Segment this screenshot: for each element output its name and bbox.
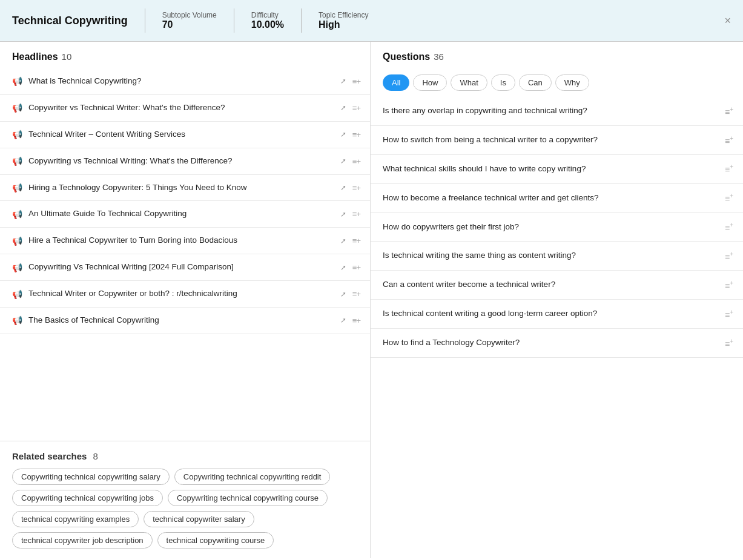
headline-text: Technical Writer – Content Writing Servi… — [28, 129, 332, 140]
subtopic-volume-value: 70 — [162, 19, 217, 30]
related-search-tag[interactable]: Copywriting technical copywriting salary — [12, 469, 170, 485]
headline-text: What is Technical Copywriting? — [28, 76, 332, 87]
add-question-icon[interactable]: ≡+ — [725, 309, 733, 320]
external-link-icon[interactable]: ➚ — [340, 237, 346, 245]
headline-item: 📢Copywriter vs Technical Writer: What's … — [0, 95, 370, 122]
question-text: How to find a Technology Copywriter? — [383, 337, 719, 349]
header-title: Technical Copywriting — [12, 15, 128, 27]
headline-item: 📢Technical Writer or Copywriter or both?… — [0, 281, 370, 308]
headline-actions: ≡+ — [352, 130, 360, 139]
filter-button-why[interactable]: Why — [555, 74, 589, 91]
related-search-tag[interactable]: technical copywriter salary — [144, 511, 254, 527]
difficulty-value: 10.00% — [251, 19, 284, 30]
headline-actions: ≡+ — [352, 263, 360, 272]
related-searches: Related searches 8 Copywriting technical… — [0, 441, 370, 558]
headline-actions: ≡+ — [352, 289, 360, 298]
left-panel: Headlines 10 📢What is Technical Copywrit… — [0, 42, 371, 558]
add-question-icon[interactable]: ≡+ — [725, 135, 733, 146]
subtopic-volume-stat: Subtopic Volume 70 — [162, 11, 217, 30]
headline-item: 📢Technical Writer – Content Writing Serv… — [0, 122, 370, 148]
question-item: How to become a freelance technical writ… — [371, 184, 743, 213]
external-link-icon[interactable]: ➚ — [340, 210, 346, 219]
headline-text: An Ultimate Guide To Technical Copywriti… — [28, 208, 332, 220]
related-search-tag[interactable]: technical copywriting course — [157, 532, 274, 548]
external-link-icon[interactable]: ➚ — [340, 157, 346, 165]
add-question-icon[interactable]: ≡+ — [725, 280, 733, 291]
external-link-icon[interactable]: ➚ — [340, 104, 346, 112]
filter-button-is[interactable]: Is — [491, 74, 515, 91]
add-to-list-icon[interactable]: ≡+ — [352, 209, 360, 219]
megaphone-icon: 📢 — [12, 183, 22, 193]
add-to-list-icon[interactable]: ≡+ — [352, 183, 360, 193]
questions-title: Questions — [383, 51, 430, 62]
headline-text: Copywriting Vs Technical Writing [2024 F… — [28, 262, 332, 273]
topic-efficiency-label: Topic Efficiency — [319, 11, 368, 19]
add-question-icon[interactable]: ≡+ — [725, 251, 733, 262]
headlines-count: 10 — [62, 51, 72, 62]
megaphone-icon: 📢 — [12, 130, 22, 139]
right-panel: Questions 36 AllHowWhatIsCanWhy Is there… — [371, 42, 743, 558]
filter-button-how[interactable]: How — [413, 74, 447, 91]
add-question-icon[interactable]: ≡+ — [725, 222, 733, 232]
main-layout: Headlines 10 📢What is Technical Copywrit… — [0, 42, 743, 558]
related-search-tag[interactable]: technical copywriter job description — [12, 532, 153, 548]
add-question-icon[interactable]: ≡+ — [725, 338, 733, 349]
filter-button-all[interactable]: All — [383, 74, 409, 91]
header-divider-3 — [301, 8, 302, 33]
question-item: How to switch from being a technical wri… — [371, 126, 743, 155]
headline-actions: ≡+ — [352, 77, 360, 86]
external-link-icon[interactable]: ➚ — [340, 316, 346, 324]
add-question-icon[interactable]: ≡+ — [725, 193, 733, 203]
questions-header: Questions 36 — [371, 42, 743, 68]
close-button[interactable]: × — [724, 15, 731, 27]
related-search-tag[interactable]: technical copywriting examples — [12, 511, 139, 527]
megaphone-icon: 📢 — [12, 263, 22, 272]
headline-actions: ≡+ — [352, 316, 360, 325]
question-text: Can a content writer become a technical … — [383, 279, 719, 291]
questions-list: Is there any overlap in copywriting and … — [371, 97, 743, 558]
difficulty-label: Difficulty — [251, 11, 284, 19]
headline-actions: ≡+ — [352, 209, 360, 219]
headline-item: 📢The Basics of Technical Copywriting➚≡+ — [0, 308, 370, 334]
external-link-icon[interactable]: ➚ — [340, 130, 346, 139]
headline-actions: ≡+ — [352, 183, 360, 193]
add-to-list-icon[interactable]: ≡+ — [352, 104, 360, 113]
topic-efficiency-stat: Topic Efficiency High — [319, 11, 368, 30]
filter-button-what[interactable]: What — [451, 74, 487, 91]
external-link-icon[interactable]: ➚ — [340, 290, 346, 298]
headline-item: 📢Hire a Technical Copywriter to Turn Bor… — [0, 228, 370, 254]
add-to-list-icon[interactable]: ≡+ — [352, 130, 360, 139]
add-to-list-icon[interactable]: ≡+ — [352, 289, 360, 298]
headline-actions: ≡+ — [352, 157, 360, 166]
megaphone-icon: 📢 — [12, 156, 22, 166]
headlines-title: Headlines — [12, 51, 58, 62]
external-link-icon[interactable]: ➚ — [340, 77, 346, 85]
add-to-list-icon[interactable]: ≡+ — [352, 316, 360, 325]
header: Technical Copywriting Subtopic Volume 70… — [0, 0, 743, 42]
external-link-icon[interactable]: ➚ — [340, 263, 346, 272]
difficulty-stat: Difficulty 10.00% — [251, 11, 284, 30]
add-to-list-icon[interactable]: ≡+ — [352, 157, 360, 166]
megaphone-icon: 📢 — [12, 289, 22, 299]
question-item: How do copywriters get their first job?≡… — [371, 213, 743, 242]
add-to-list-icon[interactable]: ≡+ — [352, 77, 360, 86]
questions-filters: AllHowWhatIsCanWhy — [371, 68, 743, 97]
header-divider-2 — [234, 8, 234, 33]
related-search-tag[interactable]: Copywriting technical copywriting reddit — [174, 469, 331, 485]
headline-item: 📢An Ultimate Guide To Technical Copywrit… — [0, 201, 370, 228]
headlines-list: 📢What is Technical Copywriting?➚≡+📢Copyw… — [0, 68, 370, 441]
related-search-tag[interactable]: Copywriting technical copywriting jobs — [12, 490, 163, 506]
question-text: How do copywriters get their first job? — [383, 222, 719, 233]
add-to-list-icon[interactable]: ≡+ — [352, 236, 360, 245]
add-question-icon[interactable]: ≡+ — [725, 163, 733, 174]
add-question-icon[interactable]: ≡+ — [725, 106, 733, 117]
question-text: Is there any overlap in copywriting and … — [383, 105, 719, 117]
question-item: How to find a Technology Copywriter?≡+ — [371, 329, 743, 358]
related-searches-title: Related searches 8 — [12, 451, 358, 461]
filter-button-can[interactable]: Can — [519, 74, 552, 91]
add-to-list-icon[interactable]: ≡+ — [352, 263, 360, 272]
related-search-tag[interactable]: Copywriting technical copywriting course — [168, 490, 328, 506]
external-link-icon[interactable]: ➚ — [340, 183, 346, 192]
related-tags: Copywriting technical copywriting salary… — [12, 469, 358, 548]
headline-text: The Basics of Technical Copywriting — [28, 315, 332, 326]
